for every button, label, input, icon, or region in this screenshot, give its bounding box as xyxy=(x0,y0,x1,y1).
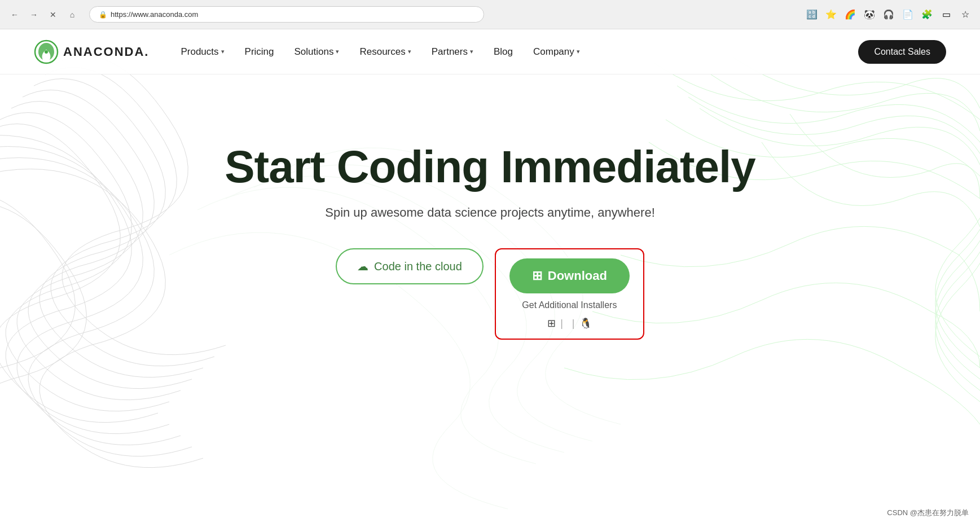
ext-reader-icon[interactable]: 📄 xyxy=(900,7,916,23)
contact-sales-button[interactable]: Contact Sales xyxy=(858,40,946,64)
resources-chevron-icon: ▾ xyxy=(408,48,411,55)
hero-subtitle: Spin up awesome data science projects an… xyxy=(325,205,655,220)
home-button[interactable]: ⌂ xyxy=(64,7,80,23)
code-in-cloud-button[interactable]: ☁ Code in the cloud xyxy=(336,248,484,284)
nav-links: Products ▾ Pricing Solutions ▾ Resources… xyxy=(172,42,858,62)
ext-headset-icon[interactable]: 🎧 xyxy=(881,7,896,23)
ext-translate-icon[interactable]: 🔡 xyxy=(804,7,820,23)
browser-controls: ← → ✕ ⌂ xyxy=(7,7,80,23)
linux-installer-icon[interactable]: 🐧 xyxy=(579,317,592,330)
anaconda-logo-icon xyxy=(34,39,59,64)
hero-section: Start Coding Immediately Spin up awesome… xyxy=(0,74,980,340)
back-button[interactable]: ← xyxy=(7,7,23,23)
nav-blog[interactable]: Blog xyxy=(485,42,522,62)
nav-solutions[interactable]: Solutions ▾ xyxy=(285,42,349,62)
hero-title: Start Coding Immediately xyxy=(225,142,755,192)
hero-buttons: ☁ Code in the cloud ⊞ Download Get Addit… xyxy=(336,248,644,340)
separator-2: | xyxy=(572,318,575,330)
installer-icons: ⊞ | | 🐧 xyxy=(547,317,591,330)
nav-company[interactable]: Company ▾ xyxy=(524,42,589,62)
forward-button[interactable]: → xyxy=(26,7,42,23)
solutions-chevron-icon: ▾ xyxy=(336,48,339,55)
browser-chrome: ← → ✕ ⌂ 🔒 https://www.anaconda.com 🔡 ⭐ 🌈… xyxy=(0,0,980,29)
logo[interactable]: ANACONDA. xyxy=(34,39,149,64)
separator-1: | xyxy=(560,318,563,330)
partners-chevron-icon: ▾ xyxy=(470,48,473,55)
ext-sidebar-icon[interactable]: ▭ xyxy=(938,7,954,23)
company-chevron-icon: ▾ xyxy=(577,48,580,55)
browser-extensions: 🔡 ⭐ 🌈 🐼 🎧 📄 🧩 ▭ ☆ xyxy=(804,7,973,23)
nav-partners[interactable]: Partners ▾ xyxy=(423,42,482,62)
ext-star-icon[interactable]: ⭐ xyxy=(823,7,839,23)
logo-text: ANACONDA. xyxy=(63,45,149,59)
products-chevron-icon: ▾ xyxy=(221,48,225,55)
ext-puzzle-icon[interactable]: 🧩 xyxy=(919,7,935,23)
ext-panda-icon[interactable]: 🐼 xyxy=(862,7,877,23)
address-bar[interactable]: 🔒 https://www.anaconda.com xyxy=(89,6,484,23)
navbar: ANACONDA. Products ▾ Pricing Solutions ▾… xyxy=(0,29,980,74)
installers-text: Get Additional Installers xyxy=(522,300,617,310)
windows-icon: ⊞ xyxy=(532,269,542,283)
close-button[interactable]: ✕ xyxy=(45,7,61,23)
download-button[interactable]: ⊞ Download xyxy=(509,258,630,293)
ext-color-icon[interactable]: 🌈 xyxy=(842,7,858,23)
website: ANACONDA. Products ▾ Pricing Solutions ▾… xyxy=(0,29,980,527)
lock-icon: 🔒 xyxy=(99,11,107,19)
nav-pricing[interactable]: Pricing xyxy=(236,42,283,62)
nav-resources[interactable]: Resources ▾ xyxy=(350,42,420,62)
cloud-icon: ☁ xyxy=(357,260,368,273)
watermark: CSDN @杰患在努力脱单 xyxy=(887,508,969,518)
ext-bookmark-icon[interactable]: ☆ xyxy=(957,7,973,23)
download-box: ⊞ Download Get Additional Installers ⊞ |… xyxy=(495,248,644,340)
url-text: https://www.anaconda.com xyxy=(111,10,198,19)
windows-installer-icon[interactable]: ⊞ xyxy=(547,317,556,330)
nav-products[interactable]: Products ▾ xyxy=(172,42,233,62)
svg-point-1 xyxy=(45,50,48,54)
